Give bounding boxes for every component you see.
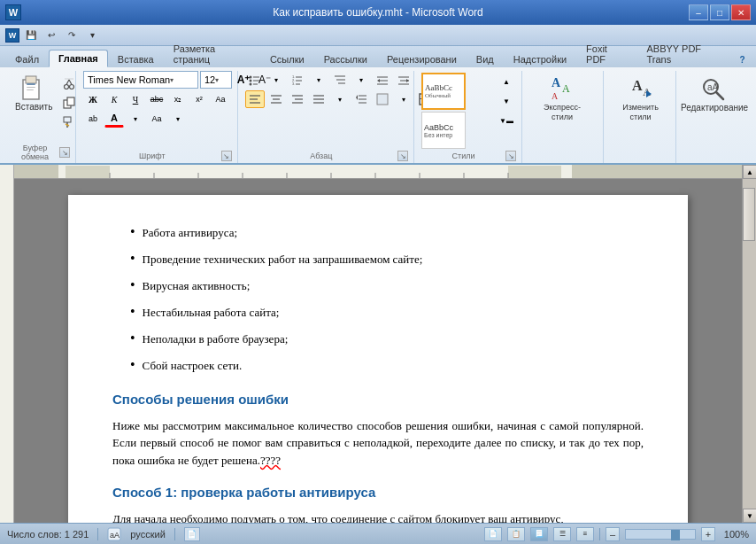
line-spacing-button[interactable] — [351, 90, 371, 108]
numbering-arrow[interactable]: ▾ — [309, 71, 328, 89]
editing-button[interactable]: аА Редактирование — [683, 71, 745, 116]
change-styles-icon: A A — [627, 74, 655, 103]
zoom-slider[interactable] — [625, 529, 696, 540]
format-painter-button[interactable] — [59, 113, 79, 131]
bullet-list: Работа антивируса; Проведение технически… — [112, 221, 644, 376]
scroll-thumb[interactable] — [743, 188, 755, 241]
justify-button[interactable] — [309, 90, 328, 108]
view-fullscreen-button[interactable]: 📋 — [507, 527, 525, 541]
help-button[interactable]: ? — [734, 51, 751, 67]
scroll-track[interactable] — [743, 179, 756, 509]
svg-rect-2 — [27, 83, 35, 85]
view-outline-button[interactable]: ☰ — [553, 527, 571, 541]
scroll-down-button[interactable]: ▼ — [743, 509, 756, 523]
shading-button[interactable] — [373, 90, 392, 108]
justify-arrow[interactable]: ▾ — [330, 90, 350, 108]
zoom-level: 100% — [721, 529, 749, 540]
tab-view[interactable]: Вид — [467, 51, 504, 67]
view-web-button[interactable]: 📃 — [530, 527, 548, 541]
zoom-plus-button[interactable]: + — [701, 527, 715, 541]
list-item: Работа антивируса; — [130, 221, 644, 243]
style-scroll-down[interactable]: ▼ — [497, 92, 516, 110]
close-button[interactable]: ✕ — [731, 4, 751, 20]
clipboard-group: Вставить Буфер обмена ↘ — [5, 71, 76, 163]
align-left-button[interactable] — [245, 90, 265, 108]
paragraph-expand[interactable]: ↘ — [397, 151, 408, 161]
svg-rect-69 — [508, 166, 561, 178]
font-color-arrow[interactable]: ▾ — [126, 110, 145, 128]
page-container[interactable]: Работа антивируса; Проведение технически… — [14, 179, 742, 523]
change-styles-button[interactable]: A A Изменить стили — [611, 71, 670, 126]
copy-button[interactable] — [59, 94, 79, 112]
tab-mailings[interactable]: Рассылки — [314, 51, 377, 67]
view-draft-button[interactable]: ≡ — [576, 527, 594, 541]
editing-content: аА Редактирование — [683, 71, 745, 159]
styles-content: AaBbCc Обычный AaBbCc Без интер ▲ ▼ ▼▬ — [421, 71, 516, 149]
font-expand[interactable]: ↘ — [221, 151, 232, 161]
status-divider2 — [174, 528, 175, 540]
italic-button[interactable]: К — [104, 90, 124, 108]
redo-qa-button[interactable]: ↷ — [63, 27, 81, 43]
bullets-arrow[interactable]: ▾ — [266, 71, 286, 89]
list-item: Сбой настроек сети. — [130, 354, 644, 376]
underline-button[interactable]: Ч — [126, 90, 145, 108]
numbering-button[interactable]: 1.2.3. — [288, 71, 307, 89]
svg-point-15 — [249, 76, 251, 79]
qa-dropdown[interactable]: ▾ — [83, 27, 101, 43]
bold-button[interactable]: Ж — [83, 90, 103, 108]
clipboard-label: Буфер обмена ↘ — [11, 142, 70, 163]
highlight-button[interactable]: ab — [83, 110, 103, 128]
superscript-button[interactable]: x² — [189, 90, 209, 108]
ribbon-body: Вставить Буфер обмена ↘ — [0, 67, 756, 165]
tab-review[interactable]: Рецензировани — [377, 51, 467, 67]
subscript-button[interactable]: x₂ — [168, 90, 188, 108]
zoom-thumb[interactable] — [671, 530, 680, 540]
tab-page-layout[interactable]: Разметка страниц — [164, 40, 260, 67]
title-bar: W Как исправить ошибку.mht - Microsoft W… — [0, 0, 756, 25]
indent-decrease-button[interactable] — [373, 71, 392, 89]
font-color-button[interactable]: A — [104, 110, 124, 128]
undo-qa-button[interactable]: ↩ — [42, 27, 60, 43]
style-scroll-up[interactable]: ▲ — [497, 73, 516, 90]
align-center-button[interactable] — [266, 90, 286, 108]
style-no-spacing[interactable]: AaBbCc Без интер — [421, 112, 466, 149]
tab-references[interactable]: Ссылки — [260, 51, 314, 67]
minimize-button[interactable]: – — [689, 4, 708, 20]
style-normal[interactable]: AaBbCc Обычный — [421, 73, 466, 110]
maximize-button[interactable]: □ — [710, 4, 729, 20]
indent-increase-button[interactable] — [394, 71, 413, 89]
font-size-input[interactable]: 12 ▾ — [200, 71, 232, 89]
multilevel-list-button[interactable] — [330, 71, 350, 89]
paragraph-group: ▾ 1.2.3. ▾ ▾ — [240, 71, 415, 163]
svg-text:A: A — [552, 91, 559, 101]
cut-button[interactable] — [59, 74, 79, 92]
save-qa-button[interactable]: 💾 — [22, 27, 40, 43]
multilevel-arrow[interactable]: ▾ — [351, 71, 371, 89]
tab-abbyy[interactable]: ABBYY PDF Trans — [637, 40, 734, 67]
zoom-minus-button[interactable]: – — [606, 527, 620, 541]
paste-button[interactable]: Вставить — [11, 71, 57, 114]
tab-file[interactable]: Файл — [5, 51, 49, 67]
clipboard-expand[interactable]: ↘ — [59, 147, 70, 158]
express-styles-button[interactable]: A A A Экспресс-стили — [529, 71, 595, 126]
font-name-input[interactable]: Times New Roman ▾ — [83, 71, 198, 89]
tab-addins[interactable]: Надстройки — [504, 51, 576, 67]
shading-arrow[interactable]: ▾ — [394, 90, 413, 108]
bullets-button[interactable] — [245, 71, 265, 89]
tab-insert[interactable]: Вставка — [108, 51, 164, 67]
vertical-scrollbar[interactable]: ▲ ▼ — [742, 165, 756, 523]
strikethrough-button[interactable]: abc — [147, 90, 166, 108]
case-arrow[interactable]: ▾ — [168, 110, 188, 128]
case-button[interactable]: Аа — [147, 110, 166, 128]
align-right-button[interactable] — [288, 90, 307, 108]
clear-format-button[interactable]: Аа — [211, 90, 230, 108]
paste-icon — [19, 74, 48, 102]
view-print-button[interactable]: 📄 — [484, 527, 502, 541]
tab-home[interactable]: Главная — [49, 50, 108, 67]
tab-foxit[interactable]: Foxit PDF — [576, 40, 636, 67]
scroll-up-button[interactable]: ▲ — [743, 165, 756, 179]
styles-expand[interactable]: ↘ — [505, 151, 516, 161]
style-more[interactable]: ▼▬ — [497, 112, 516, 129]
document-page[interactable]: Работа антивируса; Проведение технически… — [68, 195, 688, 523]
editing-group: аА Редактирование — [678, 71, 751, 163]
